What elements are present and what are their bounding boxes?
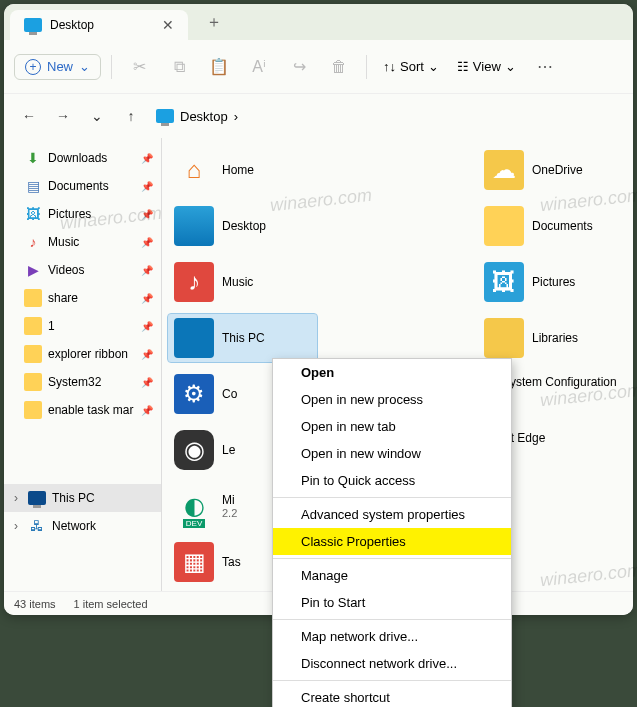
pin-icon: 📌 xyxy=(141,321,153,332)
document-icon: ▤ xyxy=(24,177,42,195)
pin-icon: 📌 xyxy=(141,405,153,416)
sidebar-item-pictures[interactable]: 🖼Pictures📌 xyxy=(4,200,161,228)
picture-icon: 🖼 xyxy=(484,262,524,302)
folder-icon xyxy=(24,345,42,363)
item-documents[interactable]: Documents xyxy=(478,202,627,250)
sidebar-item-enable-task[interactable]: enable task mar📌 xyxy=(4,396,161,424)
pin-icon: 📌 xyxy=(141,209,153,220)
item-desktop[interactable]: Desktop xyxy=(168,202,317,250)
sidebar-item-share[interactable]: share📌 xyxy=(4,284,161,312)
item-pictures[interactable]: 🖼Pictures xyxy=(478,258,627,306)
picture-icon: 🖼 xyxy=(24,205,42,223)
up-button[interactable]: ↑ xyxy=(116,101,146,131)
pin-icon: 📌 xyxy=(141,349,153,360)
item-libraries[interactable]: Libraries xyxy=(478,314,627,362)
network-icon: 🖧 xyxy=(28,517,46,535)
camera-icon: ◉ xyxy=(174,430,214,470)
item-onedrive[interactable]: ☁OneDrive xyxy=(478,146,627,194)
pin-icon: 📌 xyxy=(141,293,153,304)
pin-icon: 📌 xyxy=(141,265,153,276)
status-count: 43 items xyxy=(14,598,56,610)
chevron-right-icon: › xyxy=(234,109,238,124)
video-icon: ▶ xyxy=(24,261,42,279)
view-icon: ☷ xyxy=(457,59,469,74)
folder-icon xyxy=(24,289,42,307)
desktop-icon xyxy=(24,18,42,32)
pin-icon: 📌 xyxy=(141,181,153,192)
chevron-down-icon: ⌄ xyxy=(79,59,90,74)
tab-label: Desktop xyxy=(50,18,94,32)
sidebar-item-1[interactable]: 1📌 xyxy=(4,312,161,340)
recent-button[interactable]: ⌄ xyxy=(82,101,112,131)
item-home[interactable]: ⌂Home xyxy=(168,146,317,194)
breadcrumb[interactable]: Desktop › xyxy=(156,109,238,124)
item-music[interactable]: ♪Music xyxy=(168,258,317,306)
tab-desktop[interactable]: Desktop ✕ xyxy=(10,10,188,40)
desktop-icon xyxy=(156,109,174,123)
new-tab-button[interactable]: ＋ xyxy=(198,12,230,33)
menu-separator xyxy=(273,558,511,559)
folder-icon xyxy=(24,401,42,419)
music-icon: ♪ xyxy=(24,233,42,251)
sidebar-item-system32[interactable]: System32📌 xyxy=(4,368,161,396)
sidebar-item-downloads[interactable]: ⬇Downloads📌 xyxy=(4,144,161,172)
separator xyxy=(111,55,112,79)
menu-create-shortcut[interactable]: Create shortcut xyxy=(273,684,511,707)
pin-icon: 📌 xyxy=(141,153,153,164)
share-icon[interactable]: ↪ xyxy=(282,50,316,84)
sidebar-item-network[interactable]: ›🖧Network xyxy=(4,512,161,540)
view-button[interactable]: ☷ View ⌄ xyxy=(451,59,522,74)
folder-icon xyxy=(24,373,42,391)
menu-separator xyxy=(273,680,511,681)
chevron-down-icon: ⌄ xyxy=(505,59,516,74)
plus-icon: + xyxy=(25,59,41,75)
menu-manage[interactable]: Manage xyxy=(273,562,511,589)
sidebar-item-explorer-ribbon[interactable]: explorer ribbon📌 xyxy=(4,340,161,368)
expand-icon[interactable]: › xyxy=(10,519,22,533)
sort-button[interactable]: ↑↓ Sort ⌄ xyxy=(377,59,445,74)
menu-disconnect-network-drive[interactable]: Disconnect network drive... xyxy=(273,650,511,677)
cut-icon[interactable]: ✂ xyxy=(122,50,156,84)
menu-open[interactable]: Open xyxy=(273,359,511,386)
menu-pin-quick-access[interactable]: Pin to Quick access xyxy=(273,467,511,494)
menu-classic-properties[interactable]: Classic Properties xyxy=(273,528,511,555)
forward-button[interactable]: → xyxy=(48,101,78,131)
task-icon: ▦ xyxy=(174,542,214,582)
pin-icon: 📌 xyxy=(141,237,153,248)
folder-icon xyxy=(484,206,524,246)
menu-advanced-system-properties[interactable]: Advanced system properties xyxy=(273,501,511,528)
copy-icon[interactable]: ⧉ xyxy=(162,50,196,84)
control-panel-icon: ⚙ xyxy=(174,374,214,414)
menu-separator xyxy=(273,497,511,498)
home-icon: ⌂ xyxy=(174,150,214,190)
rename-icon[interactable]: Aⁱ xyxy=(242,50,276,84)
menu-open-new-process[interactable]: Open in new process xyxy=(273,386,511,413)
expand-icon[interactable]: › xyxy=(10,491,22,505)
paste-icon[interactable]: 📋 xyxy=(202,50,236,84)
sidebar: ⬇Downloads📌 ▤Documents📌 🖼Pictures📌 ♪Musi… xyxy=(4,138,162,615)
chevron-down-icon: ⌄ xyxy=(428,59,439,74)
sidebar-item-this-pc[interactable]: ›This PC xyxy=(4,484,161,512)
menu-open-new-window[interactable]: Open in new window xyxy=(273,440,511,467)
pin-icon: 📌 xyxy=(141,377,153,388)
sidebar-item-music[interactable]: ♪Music📌 xyxy=(4,228,161,256)
delete-icon[interactable]: 🗑 xyxy=(322,50,356,84)
toolbar: + New ⌄ ✂ ⧉ 📋 Aⁱ ↪ 🗑 ↑↓ Sort ⌄ ☷ View ⌄ … xyxy=(4,40,633,94)
menu-pin-to-start[interactable]: Pin to Start xyxy=(273,589,511,616)
cloud-icon: ☁ xyxy=(484,150,524,190)
menu-open-new-tab[interactable]: Open in new tab xyxy=(273,413,511,440)
more-icon[interactable]: ⋯ xyxy=(528,50,562,84)
desktop-icon xyxy=(174,206,214,246)
new-button[interactable]: + New ⌄ xyxy=(14,54,101,80)
context-menu: Open Open in new process Open in new tab… xyxy=(272,358,512,707)
back-button[interactable]: ← xyxy=(14,101,44,131)
menu-map-network-drive[interactable]: Map network drive... xyxy=(273,623,511,650)
folder-icon xyxy=(24,317,42,335)
pc-icon xyxy=(174,318,214,358)
sidebar-item-videos[interactable]: ▶Videos📌 xyxy=(4,256,161,284)
sidebar-item-documents[interactable]: ▤Documents📌 xyxy=(4,172,161,200)
item-this-pc[interactable]: This PC xyxy=(168,314,317,362)
music-icon: ♪ xyxy=(174,262,214,302)
close-tab-icon[interactable]: ✕ xyxy=(162,17,174,33)
crumb-label: Desktop xyxy=(180,109,228,124)
